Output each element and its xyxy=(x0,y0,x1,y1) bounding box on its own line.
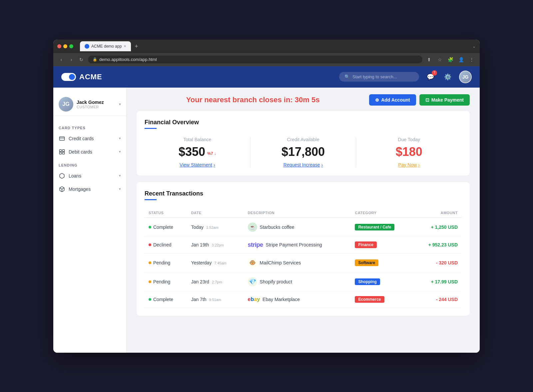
table-row: Complete Jan 7th 9:51am xyxy=(145,291,462,307)
browser-addressbar: ‹ › ↻ 🔒 demo.applitools.com/app.html ⬆ ☆… xyxy=(53,53,480,66)
sidebar-item-credit-cards[interactable]: Credit cards ▾ xyxy=(53,132,126,145)
fullscreen-traffic-light[interactable] xyxy=(69,44,73,48)
status-text: Complete xyxy=(153,224,173,230)
financial-metrics: Total Balance $350 %7 ↓ View Statement › xyxy=(145,137,462,168)
description-cell: 💎 Shopify product xyxy=(244,272,351,291)
date-main: Jan 7th xyxy=(191,297,207,302)
make-payment-label: Make Payment xyxy=(431,97,464,103)
svg-rect-5 xyxy=(63,152,65,154)
date-cell: Yesterday 7:45am xyxy=(187,253,244,272)
make-payment-button[interactable]: ⊡ Make Payment xyxy=(419,94,470,106)
table-row: Pending Yesterday 7:45am xyxy=(145,253,462,272)
make-payment-icon: ⊡ xyxy=(425,97,429,103)
close-traffic-light[interactable] xyxy=(57,44,61,48)
add-account-label: Add Account xyxy=(381,97,410,103)
mortgages-label: Mortgages xyxy=(69,187,116,192)
refresh-button[interactable]: ↻ xyxy=(77,56,85,64)
sidebar-item-loans[interactable]: Loans ▾ xyxy=(53,169,126,183)
active-tab[interactable]: ACME demo app ✕ xyxy=(80,41,131,51)
address-bar[interactable]: 🔒 demo.applitools.com/app.html xyxy=(88,56,422,63)
category-badge: Finance xyxy=(355,241,376,248)
sidebar-item-mortgages[interactable]: Mortgages ▾ xyxy=(53,183,126,196)
theme-toggle[interactable] xyxy=(61,73,76,81)
category-cell: Finance xyxy=(351,236,413,253)
profile-icon[interactable]: 👤 xyxy=(457,56,465,64)
request-increase-link[interactable]: Request Increase › xyxy=(251,162,356,168)
description-cell: stripe Stripe Payment Processing xyxy=(244,236,351,253)
description-cell: ebay Ebay Marketplace xyxy=(244,291,351,307)
description-text: Starbucks coffee xyxy=(260,224,294,230)
pay-now-link[interactable]: Pay Now › xyxy=(356,162,462,168)
back-button[interactable]: ‹ xyxy=(57,56,65,64)
status-dot-complete xyxy=(149,298,151,301)
mortgages-icon xyxy=(59,186,65,193)
status-dot-declined xyxy=(149,243,151,246)
date-time: 9:51am xyxy=(209,298,221,302)
user-initials: JG xyxy=(62,101,69,107)
status-dot-complete xyxy=(149,226,151,228)
date-cell: Jan 23rd 2:7pm xyxy=(187,272,244,291)
financial-overview-title: Financial Overview xyxy=(145,119,462,126)
settings-icon-button[interactable]: ⚙️ xyxy=(442,71,454,83)
amount-cell: + 17.99 USD xyxy=(413,272,462,291)
financial-overview-card: Financial Overview Total Balance $350 %7… xyxy=(137,111,470,176)
tab-title: ACME demo app xyxy=(91,44,122,49)
amount-text: + 17.99 USD xyxy=(431,279,458,284)
view-statement-link[interactable]: View Statement › xyxy=(145,162,250,168)
category-badge: Software xyxy=(355,259,378,266)
tab-close-button[interactable]: ✕ xyxy=(124,44,126,48)
date-main: Jan 19th xyxy=(191,242,209,247)
category-cell: Shopping xyxy=(351,272,413,291)
date-main: Jan 23rd xyxy=(191,279,209,284)
status-dot-pending xyxy=(149,261,151,264)
table-row: Pending Jan 23rd 2:7pm xyxy=(145,272,462,291)
status-cell: Complete xyxy=(145,291,187,307)
category-cell: Ecommerce xyxy=(351,291,413,307)
loans-label: Loans xyxy=(69,173,116,179)
credit-cards-chevron: ▾ xyxy=(119,136,121,141)
debit-cards-icon xyxy=(59,149,65,155)
amount-cell: + 952.23 USD xyxy=(413,236,462,253)
table-row: Declined Jan 19th 3:22pm xyxy=(145,236,462,253)
header-avatar[interactable]: JG xyxy=(459,71,472,83)
forward-button[interactable]: › xyxy=(67,56,75,64)
toggle-knob xyxy=(69,74,75,80)
date-cell: Jan 19th 3:22pm xyxy=(187,236,244,253)
sidebar-item-debit-cards[interactable]: Debit cards ▾ xyxy=(53,145,126,159)
amount-cell: - 320 USD xyxy=(413,253,462,272)
date-time: 1:52am xyxy=(206,225,219,229)
menu-icon[interactable]: ⋮ xyxy=(468,56,476,64)
user-section: JG Jack Gomez Customer ▾ xyxy=(53,93,126,116)
amount-text: + 1,250 USD xyxy=(431,224,458,230)
date-time: 3:22pm xyxy=(212,243,224,247)
status-cell: Pending xyxy=(145,253,187,272)
user-dropdown-chevron[interactable]: ▾ xyxy=(119,102,121,107)
mortgages-chevron: ▾ xyxy=(119,187,121,191)
svg-rect-2 xyxy=(60,150,62,152)
description-cell: ☕ Starbucks coffee xyxy=(244,217,351,236)
tab-favicon xyxy=(85,44,89,49)
notification-badge: 7 xyxy=(432,70,437,76)
svg-rect-4 xyxy=(60,152,62,154)
add-account-icon: ⊕ xyxy=(375,97,379,103)
ebay-icon: ebay xyxy=(248,296,260,302)
table-header-row: Status Date Description Category Amount xyxy=(145,208,462,218)
table-row: Complete Today 1:52am xyxy=(145,217,462,236)
share-icon[interactable]: ⬆ xyxy=(425,56,433,64)
minimize-traffic-light[interactable] xyxy=(63,44,67,48)
search-bar[interactable]: 🔍 Start typing to search... xyxy=(339,72,419,82)
lending-label: Lending xyxy=(53,161,126,169)
col-amount: Amount xyxy=(413,208,462,218)
app-title: ACME xyxy=(79,73,102,81)
debit-cards-label: Debit cards xyxy=(69,149,116,155)
status-cell: Pending xyxy=(145,272,187,291)
main-content: Your nearest branch closes in: 30m 5s ⊕ … xyxy=(127,88,480,353)
logo-toggle: ACME xyxy=(61,73,102,81)
debit-cards-chevron: ▾ xyxy=(119,150,121,154)
header-icons: 💬 7 ⚙️ JG xyxy=(424,71,472,83)
add-account-button[interactable]: ⊕ Add Account xyxy=(369,94,416,106)
new-tab-button[interactable]: + xyxy=(132,42,141,51)
extensions-icon[interactable]: 🧩 xyxy=(446,56,454,64)
bookmark-icon[interactable]: ☆ xyxy=(436,56,444,64)
messages-icon-button[interactable]: 💬 7 xyxy=(424,71,436,83)
